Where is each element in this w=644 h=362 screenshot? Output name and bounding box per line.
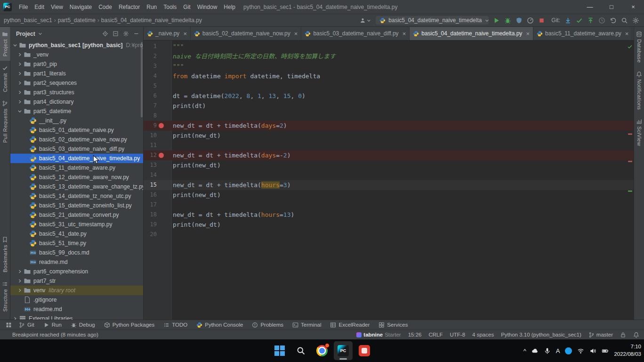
readonly-lock-icon[interactable] xyxy=(620,332,626,338)
tree-item-part7-str[interactable]: part7_str xyxy=(10,276,143,286)
stripe-sciview[interactable]: SciView xyxy=(634,114,644,150)
menu-git[interactable]: Git xyxy=(180,0,193,14)
tree-item-basic5-03-datetime-naive-diff-py[interactable]: basic5_03_datetime_naive_diff.py xyxy=(10,144,143,154)
menu-edit[interactable]: Edit xyxy=(31,0,48,14)
breakpoint-icon[interactable] xyxy=(159,153,164,158)
status-item-python-3-10-python-basic-sec1[interactable]: Python 3.10 (python_basic_sec1) xyxy=(501,332,581,337)
toolwindow-terminal[interactable]: Terminal xyxy=(292,322,321,328)
stop-button[interactable] xyxy=(538,17,545,24)
code-line-8[interactable]: 8 xyxy=(144,111,634,121)
breadcrumb-python-basic-sec1[interactable]: python_basic_sec1 xyxy=(4,17,52,24)
search-everywhere-button[interactable] xyxy=(621,17,628,24)
taskbar-red-app-button[interactable] xyxy=(355,341,374,360)
volume-icon[interactable] xyxy=(589,347,596,354)
tree-item-part4-dictionary[interactable]: part4_dictionary xyxy=(10,97,143,107)
coverage-button[interactable] xyxy=(515,17,523,24)
ime-indicator[interactable]: A xyxy=(556,347,560,354)
run-config-selector[interactable]: basic5_04_datetime_naive_timedelta xyxy=(376,16,489,25)
tabnine-widget[interactable]: tabnineStarter xyxy=(356,332,401,337)
stripe-notifications[interactable]: Notifications xyxy=(634,67,644,114)
panel-settings-icon[interactable] xyxy=(123,31,129,37)
tree-item-basic5-11-datetime-aware-py[interactable]: basic5_11_datetime_aware.py xyxy=(10,163,143,173)
quick-access-icon[interactable] xyxy=(6,322,12,328)
menu-window[interactable]: Window xyxy=(194,0,221,14)
tree-item-basic5-15-datetime-zoneinfo-list-py[interactable]: basic5_15_datetime_zoneinfo_list.py xyxy=(10,201,143,210)
inspections-ok-icon[interactable] xyxy=(627,44,633,49)
menu-refactor[interactable]: Refactor xyxy=(115,0,143,14)
stripe-bookmarks[interactable]: Bookmarks xyxy=(0,232,10,277)
menu-view[interactable]: View xyxy=(48,0,66,14)
tree-item-part5-datetime[interactable]: part5_datetime xyxy=(10,107,143,116)
commit-button[interactable] xyxy=(576,17,583,24)
tree-item-basic5-31-utc-timestamp-py[interactable]: basic5_31_utc_timestamp.py xyxy=(10,220,143,229)
code-line-10[interactable]: 10print(new_dt) xyxy=(144,131,634,140)
tab-close-icon[interactable]: × xyxy=(526,30,530,37)
editor-tab-naive-py[interactable]: _naive.py× xyxy=(144,27,191,40)
rollback-button[interactable] xyxy=(610,17,617,24)
battery-icon[interactable] xyxy=(602,347,609,354)
collapse-all-icon[interactable] xyxy=(113,31,119,37)
code-line-17[interactable]: 17 xyxy=(144,200,634,210)
tree-item-basic5-04-datetime-naive-timedelta-py[interactable]: basic5_04_datetime_naive_timedelta.py xyxy=(10,154,143,163)
stripe-database[interactable]: Database xyxy=(634,27,644,67)
editor-tab-basic5-03-datetime-naive-diff-py[interactable]: basic5_03_datetime_naive_diff.py× xyxy=(301,27,410,40)
code-line-9[interactable]: 9new_dt = dt + timedelta(days=2) xyxy=(144,121,634,131)
menu-tools[interactable]: Tools xyxy=(160,0,180,14)
menu-run[interactable]: Run xyxy=(143,0,160,14)
toolwindow-todo[interactable]: TODO xyxy=(163,322,187,328)
code-line-12[interactable]: 12new_dt = dt + timedelta(days=-2) xyxy=(144,150,634,160)
history-button[interactable] xyxy=(598,17,605,24)
hide-panel-icon[interactable] xyxy=(133,31,139,37)
stripe-mark[interactable] xyxy=(628,133,632,135)
tray-cloud-icon[interactable] xyxy=(531,347,539,354)
code-line-5[interactable]: 5 xyxy=(144,81,634,91)
tree-item-gitignore[interactable]: .gitignore xyxy=(10,295,143,304)
taskbar-clock[interactable]: 7:10 2022/08/03 xyxy=(614,343,641,358)
code-line-11[interactable]: 11 xyxy=(144,140,634,150)
toolwindow-git[interactable]: Git xyxy=(19,322,34,328)
wifi-icon[interactable] xyxy=(577,347,584,354)
menu-code[interactable]: Code xyxy=(95,0,115,14)
menu-navigate[interactable]: Navigate xyxy=(66,0,95,14)
status-item-crlf[interactable]: CRLF xyxy=(428,332,443,337)
tree-item-external-libraries[interactable]: External Libraries xyxy=(10,314,143,320)
tray-expand-icon[interactable]: ^ xyxy=(523,347,526,354)
stripe-commit[interactable]: Commit xyxy=(0,61,10,96)
toolwindow-python-packages[interactable]: Python Packages xyxy=(104,322,155,328)
status-notifications-icon[interactable] xyxy=(633,332,639,338)
breadcrumb-part5-datetime[interactable]: part5_datetime xyxy=(58,17,96,24)
locate-file-icon[interactable] xyxy=(102,31,108,37)
code-line-16[interactable]: 16print(new_dt) xyxy=(144,190,634,200)
update-project-button[interactable] xyxy=(564,17,572,24)
settings-button[interactable] xyxy=(632,17,639,24)
toolwindow-run[interactable]: Run xyxy=(43,322,62,328)
taskbar-search-button[interactable] xyxy=(291,341,310,360)
stripe-structure[interactable]: Structure xyxy=(0,277,10,316)
code-line-13[interactable]: 13print(new_dt) xyxy=(144,160,634,170)
tab-close-icon[interactable]: × xyxy=(183,30,187,37)
debug-button[interactable] xyxy=(504,17,511,24)
code-line-15[interactable]: 15new_dt = dt + timedelta(hours=3) xyxy=(144,180,634,190)
editor-tab-basic5-04-datetime-naive-timedelta-py[interactable]: basic5_04_datetime_naive_timedelta.py× xyxy=(410,27,533,40)
menu-help[interactable]: Help xyxy=(220,0,239,14)
status-item-4-spaces[interactable]: 4 spaces xyxy=(472,332,494,337)
code-line-14[interactable]: 14 xyxy=(144,170,634,180)
tree-item-part2-sequences[interactable]: part2_sequences xyxy=(10,78,143,88)
tree-item-part3-structures[interactable]: part3_structures xyxy=(10,88,143,97)
tree-item-part6-comprehension[interactable]: part6_comprehension xyxy=(10,267,143,276)
start-button[interactable] xyxy=(270,341,289,360)
stripe-pull-requests[interactable]: Pull Requests xyxy=(0,96,10,147)
status-item-15-26[interactable]: 15:26 xyxy=(408,332,422,337)
toolwindow-python-console[interactable]: Python Console xyxy=(196,322,243,328)
git-branch-widget[interactable]: master xyxy=(588,332,613,338)
tray-mic-icon[interactable] xyxy=(544,347,551,354)
push-button[interactable] xyxy=(587,17,594,24)
tree-item-basic5-21-datetime-convert-py[interactable]: basic5_21_datetime_convert.py xyxy=(10,210,143,220)
code-line-4[interactable]: 4from datetime import datetime, timedelt… xyxy=(144,71,634,81)
code-line-2[interactable]: 2naive な日付時刻同士に所定の日数、時刻等を加算します xyxy=(144,51,634,61)
tray-blue-app-icon[interactable] xyxy=(565,347,572,354)
stripe-mark[interactable] xyxy=(628,190,632,192)
code-line-3[interactable]: 3""" xyxy=(144,61,634,71)
taskbar-pycharm-button[interactable]: PC xyxy=(334,341,353,360)
toolwindow-services[interactable]: Services xyxy=(378,322,408,328)
